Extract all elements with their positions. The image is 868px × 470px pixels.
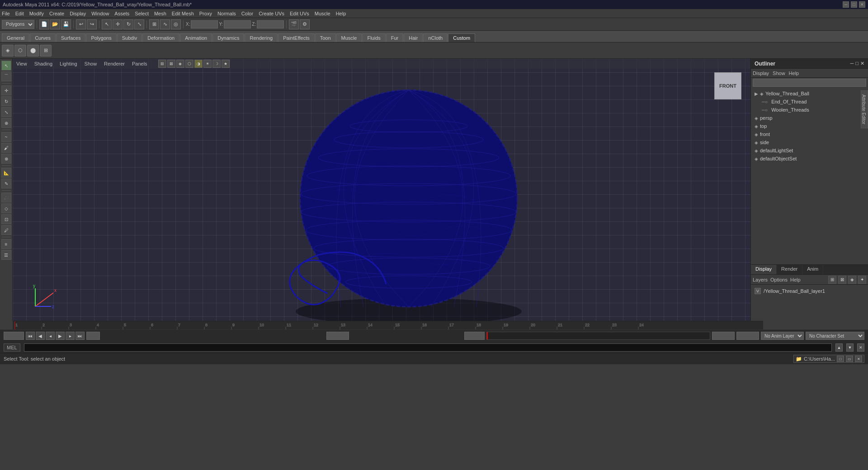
range-start-input[interactable]: 1.00 bbox=[464, 332, 485, 340]
component-editor-btn[interactable]: ≡ bbox=[1, 239, 11, 249]
tree-item-yellow-thread-ball[interactable]: ▶ ◈ Yellow_Thread_Ball bbox=[751, 89, 868, 98]
attribute-editor-btn[interactable]: ☰ bbox=[1, 250, 11, 260]
character-set-select[interactable]: No Character Set bbox=[806, 332, 864, 340]
cmd-scroll-down[interactable]: ▼ bbox=[846, 343, 854, 352]
outliner-maximize[interactable]: □ bbox=[855, 61, 859, 66]
tree-item-woolen-threads[interactable]: ─○ Woolen_Threads bbox=[751, 106, 868, 114]
menu-window[interactable]: Window bbox=[91, 11, 109, 16]
menu-proxy[interactable]: Proxy bbox=[199, 11, 212, 16]
vp-icon-7[interactable]: ☽ bbox=[212, 60, 221, 68]
save-button[interactable]: 💾 bbox=[61, 19, 71, 29]
tab-dynamics[interactable]: Dynamics bbox=[212, 33, 244, 42]
x-coord-input[interactable] bbox=[191, 20, 218, 28]
end-frame-input[interactable]: 24 bbox=[86, 332, 100, 340]
close-button[interactable]: ✕ bbox=[859, 1, 865, 8]
menu-help[interactable]: Help bbox=[336, 11, 346, 16]
viewport-menu-view[interactable]: View bbox=[16, 61, 27, 66]
hypershade-btn[interactable]: ◇ bbox=[1, 203, 11, 213]
tab-rendering[interactable]: Rendering bbox=[245, 33, 278, 42]
vp-icon-5[interactable]: ◑ bbox=[194, 60, 203, 68]
undo-button[interactable]: ↩ bbox=[76, 19, 86, 29]
tab-curves[interactable]: Curves bbox=[30, 33, 56, 42]
shelf-icon-4[interactable]: ⊞ bbox=[40, 45, 52, 56]
maximize-button[interactable]: □ bbox=[851, 1, 857, 8]
render-settings[interactable]: ⚙ bbox=[300, 19, 310, 29]
snap-grid[interactable]: ⊞ bbox=[149, 19, 159, 29]
play-back-btn[interactable]: ◂ bbox=[46, 332, 55, 340]
tree-item-front[interactable]: ◈ front bbox=[751, 130, 868, 138]
path-btn-1[interactable]: □ bbox=[837, 356, 844, 362]
vp-icon-6[interactable]: ☀ bbox=[203, 60, 212, 68]
menu-file[interactable]: File bbox=[2, 11, 10, 16]
cmd-clear[interactable]: ✕ bbox=[857, 343, 864, 352]
outliner-close[interactable]: ✕ bbox=[860, 61, 864, 66]
outliner-show-menu[interactable]: Show bbox=[773, 70, 785, 76]
tab-ncloth[interactable]: nCloth bbox=[423, 33, 448, 42]
menu-muscle[interactable]: Muscle bbox=[315, 11, 330, 16]
new-button[interactable]: 📄 bbox=[39, 19, 49, 29]
menu-color[interactable]: Color bbox=[241, 11, 253, 16]
layer-icon-2[interactable]: ⊠ bbox=[838, 276, 846, 284]
open-button[interactable]: 📂 bbox=[50, 19, 60, 29]
vp-icon-8[interactable]: ★ bbox=[222, 60, 230, 68]
go-to-end-btn[interactable]: ⏭ bbox=[75, 332, 85, 340]
current-frame-display[interactable]: 1.00 bbox=[326, 332, 349, 340]
tab-fluids[interactable]: Fluids bbox=[362, 33, 385, 42]
y-coord-input[interactable] bbox=[224, 20, 251, 28]
layer-visibility-toggle[interactable]: V bbox=[755, 288, 761, 294]
bot-tab-render[interactable]: Render bbox=[777, 265, 802, 274]
render-button[interactable]: 🎬 bbox=[289, 19, 299, 29]
move-tool-btn[interactable]: ✛ bbox=[1, 85, 11, 95]
path-btn-2[interactable]: ▭ bbox=[846, 356, 853, 362]
rotate-tool[interactable]: ↻ bbox=[123, 19, 133, 29]
layers-menu[interactable]: Layers bbox=[753, 277, 768, 282]
snap-point[interactable]: ◎ bbox=[171, 19, 181, 29]
extended-end-input[interactable]: 48.00 bbox=[736, 332, 759, 340]
menu-select[interactable]: Select bbox=[135, 11, 149, 16]
outliner-search-input[interactable] bbox=[753, 79, 866, 87]
anim-layer-select[interactable]: No Anim Layer bbox=[761, 332, 804, 340]
scale-tool[interactable]: ⤡ bbox=[134, 19, 144, 29]
z-coord-input[interactable] bbox=[257, 20, 284, 28]
shelf-icon-2[interactable]: ⬡ bbox=[14, 45, 26, 56]
tab-surfaces[interactable]: Surfaces bbox=[56, 33, 85, 42]
menu-assets[interactable]: Assets bbox=[114, 11, 129, 16]
viewport-menu-show[interactable]: Show bbox=[85, 61, 97, 66]
layer-icon-1[interactable]: ⊞ bbox=[828, 276, 836, 284]
go-to-start-btn[interactable]: ⏮ bbox=[26, 332, 35, 340]
menu-edit-uvs[interactable]: Edit UVs bbox=[290, 11, 309, 16]
shelf-icon-3[interactable]: ⬤ bbox=[27, 45, 39, 56]
menu-edit-mesh[interactable]: Edit Mesh bbox=[172, 11, 194, 16]
measure-tool-btn[interactable]: 📐 bbox=[1, 168, 11, 178]
tab-subdiv[interactable]: Subdiv bbox=[117, 33, 142, 42]
tab-deformation[interactable]: Deformation bbox=[142, 33, 179, 42]
view-cube[interactable]: FRONT bbox=[714, 72, 741, 99]
tab-general[interactable]: General bbox=[2, 33, 29, 42]
vp-icon-2[interactable]: ⊠ bbox=[167, 60, 175, 68]
step-back-btn[interactable]: ◀ bbox=[36, 332, 45, 340]
move-tool[interactable]: ✛ bbox=[113, 19, 123, 29]
play-forward-btn[interactable]: ▶ bbox=[56, 332, 65, 340]
outliner-minimize[interactable]: ─ bbox=[850, 61, 854, 66]
tab-muscle[interactable]: Muscle bbox=[336, 33, 362, 42]
bot-tab-anim[interactable]: Anim bbox=[802, 265, 823, 274]
viewport[interactable]: View Shading Lighting Show Renderer Pane… bbox=[13, 59, 750, 321]
tab-hair[interactable]: Hair bbox=[404, 33, 423, 42]
tab-polygons[interactable]: Polygons bbox=[86, 33, 116, 42]
time-ruler[interactable]: 1 2 3 4 5 6 7 8 9 bbox=[13, 321, 763, 329]
command-input[interactable] bbox=[24, 343, 832, 352]
shelf-icon-1[interactable]: ◈ bbox=[2, 45, 14, 56]
step-forward-btn[interactable]: ▸ bbox=[66, 332, 75, 340]
tab-fur[interactable]: Fur bbox=[386, 33, 404, 42]
rotate-tool-btn[interactable]: ↻ bbox=[1, 96, 11, 106]
annotation-btn[interactable]: ✎ bbox=[1, 179, 11, 188]
menu-create-uvs[interactable]: Create UVs bbox=[259, 11, 284, 16]
options-menu[interactable]: Options bbox=[770, 277, 788, 282]
tab-animation[interactable]: Animation bbox=[180, 33, 212, 42]
universal-tool-btn[interactable]: ⊕ bbox=[1, 118, 11, 128]
tab-painteffects[interactable]: PaintEffects bbox=[278, 33, 315, 42]
select-tool[interactable]: ↖ bbox=[102, 19, 112, 29]
snap-curve[interactable]: ∿ bbox=[160, 19, 170, 29]
lasso-tool-btn[interactable]: ⌒ bbox=[1, 71, 11, 81]
tab-custom[interactable]: Custom bbox=[448, 33, 475, 42]
